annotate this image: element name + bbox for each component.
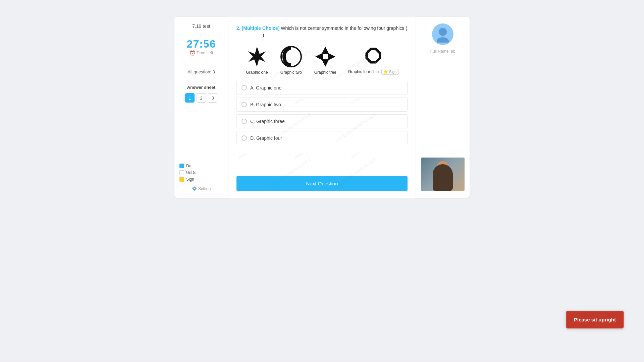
center-panel: abby abby abby 14170402989985404352 1417… <box>228 17 416 198</box>
sign-icon <box>179 177 184 182</box>
answer-num-1[interactable]: 1 <box>185 93 195 103</box>
camera-person <box>433 164 453 191</box>
graphic-four-label: Graphic four (1pt) ⭐ Sign <box>348 69 398 75</box>
clock-icon: ⏰ <box>190 50 195 56</box>
option-b-radio[interactable] <box>241 102 247 107</box>
option-b[interactable]: B. Graphic two <box>236 98 408 112</box>
options-list: A. Graphic one B. Graphic two C. Graphic… <box>236 81 408 169</box>
graphic-four-icon <box>362 44 385 67</box>
gear-icon: ⚙️ <box>192 186 197 191</box>
time-left-label: ⏰ Time Left <box>190 50 213 56</box>
option-c[interactable]: C. Graphic three <box>236 114 408 128</box>
sign-badge: ⭐ Sign <box>381 69 398 75</box>
full-name-value: ab <box>451 49 455 54</box>
legend-undo: UnDo <box>179 170 223 175</box>
full-name-row: Full Name: ab <box>430 49 455 54</box>
test-name: 7.19 test <box>192 23 210 29</box>
legend: Do UnDo Sign <box>179 154 223 182</box>
graphic-item-two: Graphic two <box>280 45 303 75</box>
graphic-two-label: Graphic two <box>280 70 302 75</box>
point-badge: (1pt) <box>371 70 379 74</box>
graphic-three-label: Graphic tree <box>314 70 336 75</box>
all-question: All question: 3 <box>187 69 215 74</box>
graphics-row: Graphic one Graphic two <box>236 44 408 75</box>
option-a[interactable]: A. Graphic one <box>236 81 408 95</box>
option-b-text: B. Graphic two <box>250 102 281 107</box>
camera-feed <box>421 158 465 191</box>
svg-point-7 <box>437 37 449 43</box>
graphic-item-four: Graphic four (1pt) ⭐ Sign <box>348 44 398 75</box>
undo-icon <box>179 170 184 175</box>
graphic-one-icon <box>246 45 268 68</box>
graphic-item-one: Graphic one <box>246 45 268 75</box>
question-header: 2. [Multiple Choice] Which is not center… <box>236 25 408 39</box>
answer-num-3[interactable]: 3 <box>208 93 217 103</box>
question-type: [Multiple Choice] <box>242 25 280 31</box>
left-panel: 7.19 test 27:56 ⏰ Time Left All question… <box>174 17 228 198</box>
sit-upright-message: Please sit upright <box>574 317 616 322</box>
svg-rect-2 <box>323 54 328 59</box>
sit-upright-alert: Please sit upright <box>566 311 624 328</box>
avatar <box>432 23 453 45</box>
answer-num-2[interactable]: 2 <box>197 93 206 103</box>
option-c-text: C. Graphic three <box>250 119 285 124</box>
answer-sheet-title: Answer sheet <box>187 85 216 90</box>
graphic-three-icon <box>314 45 337 68</box>
answer-sheet-numbers: 1 2 3 <box>185 93 217 103</box>
next-question-button[interactable]: Next Question <box>236 176 408 191</box>
legend-sign: Sign <box>179 177 223 182</box>
graphic-item-three: Graphic tree <box>314 45 337 75</box>
right-panel: Full Name: ab <box>416 17 470 198</box>
timer-display: 27:56 <box>187 38 216 50</box>
option-d-radio[interactable] <box>241 135 247 141</box>
setting-button[interactable]: ⚙️ Setting <box>192 186 211 191</box>
camera-feed-inner <box>421 158 465 191</box>
option-a-radio[interactable] <box>241 85 247 90</box>
legend-do: Do <box>179 164 223 168</box>
option-d[interactable]: D. Graphic four <box>236 131 408 145</box>
option-d-text: D. Graphic four <box>250 135 282 141</box>
do-icon <box>179 164 184 168</box>
option-c-radio[interactable] <box>241 119 247 124</box>
question-text: Which is not center symmetric in the fol… <box>281 25 407 31</box>
question-number: 2. <box>236 25 240 31</box>
svg-point-6 <box>439 28 447 36</box>
full-name-label: Full Name: <box>430 49 450 54</box>
option-a-text: A. Graphic one <box>250 85 281 90</box>
svg-marker-0 <box>248 47 266 67</box>
graphic-one-label: Graphic one <box>246 70 268 75</box>
graphic-two-icon <box>280 45 303 68</box>
